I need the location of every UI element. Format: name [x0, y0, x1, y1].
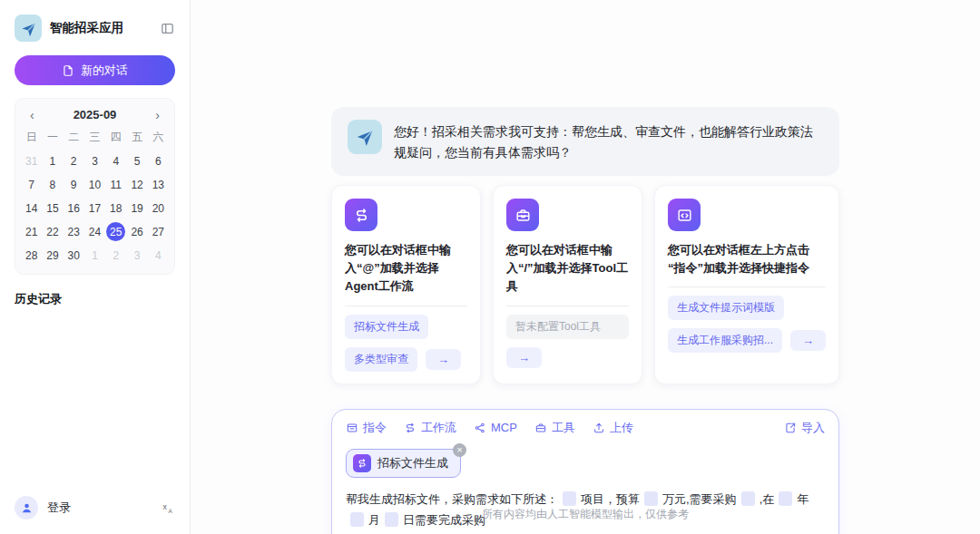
toolbox-icon [506, 199, 539, 231]
app-title: 智能招采应用 [50, 20, 123, 36]
toolbar-指令-button[interactable]: 指令 [346, 420, 387, 436]
calendar-day[interactable]: 20 [148, 199, 169, 218]
input-blank[interactable] [779, 491, 792, 506]
calendar-day[interactable]: 14 [21, 199, 42, 218]
card-quick-commands: 您可以在对话框左上方点击“指令”加载并选择快捷指令 生成文件提示词模版 生成工作… [654, 185, 839, 384]
calendar-day[interactable]: 1 [84, 246, 105, 265]
calendar-day[interactable]: 6 [148, 151, 169, 170]
card-title: 您可以在对话框中输入“@”加载并选择Agent工作流 [345, 241, 467, 296]
history-section-label: 历史记录 [15, 291, 175, 307]
command-pill[interactable]: 生成工作服采购招... [668, 328, 782, 353]
input-blank[interactable] [644, 491, 658, 506]
workflow-tag-label: 招标文件生成 [377, 455, 448, 471]
more-arrow-button[interactable]: → [426, 349, 461, 370]
divider [668, 286, 826, 287]
calendar-next-icon[interactable]: › [155, 109, 160, 121]
input-blank[interactable] [741, 491, 755, 506]
agent-pill[interactable]: 多类型审查 [345, 347, 417, 372]
close-icon[interactable]: × [453, 443, 466, 457]
calendar-prev-icon[interactable]: ‹ [30, 109, 34, 121]
import-button[interactable]: 导入 [784, 420, 825, 436]
card-title: 您可以在对话框中输入“/”加载并选择Tool工具 [506, 241, 629, 296]
calendar-day[interactable]: 13 [148, 175, 169, 194]
more-arrow-button[interactable]: → [790, 330, 826, 351]
calendar-day[interactable]: 23 [64, 222, 84, 241]
calendar-day[interactable]: 30 [64, 246, 84, 265]
calendar-day[interactable]: 27 [148, 222, 169, 241]
calendar-day[interactable]: 26 [126, 222, 147, 241]
calendar-day[interactable]: 12 [126, 175, 147, 194]
calendar-day[interactable]: 3 [84, 151, 105, 170]
svg-text:A: A [169, 508, 173, 514]
calendar-day[interactable]: 15 [42, 199, 63, 218]
toolbar-工作流-button[interactable]: 工作流 [404, 420, 456, 436]
calendar-day[interactable]: 21 [21, 222, 42, 241]
toolbox-icon [534, 422, 547, 434]
calendar-weekday-label: 三 [84, 128, 105, 147]
main-area: 您好！招采相关需求我可支持：帮您生成、审查文件，也能解答行业政策法规疑问，您当前… [191, 0, 980, 534]
workflow-tag[interactable]: 招标文件生成 × [346, 449, 461, 478]
calendar-day[interactable]: 3 [126, 246, 147, 265]
calendar-day[interactable]: 1 [42, 151, 63, 170]
disclaimer-text: 所有内容均由人工智能模型输出，仅供参考 [191, 507, 980, 522]
user-avatar-icon[interactable] [15, 496, 38, 519]
calendar-day[interactable]: 17 [84, 199, 105, 218]
sidebar-header: 智能招采应用 [15, 15, 175, 42]
calendar-day[interactable]: 18 [105, 199, 126, 218]
import-label: 导入 [801, 420, 825, 436]
input-text-segment: ,在 [760, 492, 775, 506]
card-tools: 您可以在对话框中输入“/”加载并选择Tool工具 暂未配置Tool工具 → [493, 185, 642, 384]
calendar-day[interactable]: 2 [64, 151, 84, 170]
suggestion-cards: 您可以在对话框中输入“@”加载并选择Agent工作流 招标文件生成 多类型审查 … [331, 185, 839, 384]
login-button[interactable]: 登录 [47, 500, 71, 516]
input-blank[interactable] [563, 491, 576, 506]
calendar-day-selected[interactable]: 25 [105, 222, 126, 241]
upload-icon [593, 422, 605, 434]
calendar-day[interactable]: 24 [84, 222, 105, 241]
calendar-day[interactable]: 29 [42, 246, 63, 265]
toolbar-label: 工作流 [421, 420, 456, 436]
toolbar-MCP-button[interactable]: MCP [474, 421, 517, 434]
card-title: 您可以在对话框左上方点击“指令”加载并选择快捷指令 [668, 241, 826, 277]
calendar-day[interactable]: 22 [42, 222, 63, 241]
toolbar-工具-button[interactable]: 工具 [534, 420, 575, 436]
calendar-grid: 日一二三四五六311234567891011121314151617181920… [21, 128, 169, 265]
calendar-weekday-label: 四 [105, 128, 126, 147]
sidebar-footer: 登录 xA [15, 496, 175, 519]
calendar-day[interactable]: 10 [84, 175, 105, 194]
card-agent-workflow: 您可以在对话框中输入“@”加载并选择Agent工作流 招标文件生成 多类型审查 … [331, 185, 481, 384]
tag-row: 招标文件生成 × [346, 449, 825, 478]
calendar-day[interactable]: 4 [148, 246, 169, 265]
app-logo-icon [15, 15, 42, 42]
assistant-avatar-icon [348, 120, 382, 154]
no-tools-label: 暂未配置Tool工具 [506, 315, 629, 339]
language-icon[interactable]: xA [162, 501, 175, 515]
calendar-day[interactable]: 11 [105, 175, 126, 194]
assistant-message: 您好！招采相关需求我可支持：帮您生成、审查文件，也能解答行业政策法规疑问，您当前… [331, 107, 839, 176]
command-pill[interactable]: 生成文件提示词模版 [668, 296, 784, 320]
divider [506, 306, 629, 306]
new-doc-icon [62, 64, 74, 77]
calendar-day[interactable]: 16 [64, 199, 84, 218]
more-arrow-button[interactable]: → [506, 347, 542, 368]
calendar-day[interactable]: 31 [21, 151, 42, 170]
sidebar-collapse-icon[interactable] [160, 21, 175, 36]
calendar-day[interactable]: 2 [105, 246, 126, 265]
app-window: 智能招采应用 新的对话 ‹ 2025-09 › 日一二三四五六311234567… [0, 0, 980, 534]
calendar-day[interactable]: 9 [64, 175, 84, 194]
toolbar-label: MCP [491, 421, 517, 434]
input-text-segment: 帮我生成招标文件，采购需求如下所述： [346, 492, 558, 506]
calendar-day[interactable]: 4 [105, 151, 126, 170]
agent-pill[interactable]: 招标文件生成 [345, 315, 428, 339]
calendar-day[interactable]: 7 [21, 175, 42, 194]
calendar-day[interactable]: 19 [126, 199, 147, 218]
new-chat-label: 新的对话 [81, 63, 128, 79]
calendar-day[interactable]: 5 [126, 151, 147, 170]
new-chat-button[interactable]: 新的对话 [15, 55, 175, 85]
mcp-icon [474, 422, 486, 434]
calendar-month-label: 2025-09 [74, 108, 117, 121]
calendar-day[interactable]: 28 [21, 246, 42, 265]
input-text-segment: 项目，预算 [581, 492, 640, 506]
toolbar-上传-button[interactable]: 上传 [593, 420, 633, 436]
calendar-day[interactable]: 8 [42, 175, 63, 194]
